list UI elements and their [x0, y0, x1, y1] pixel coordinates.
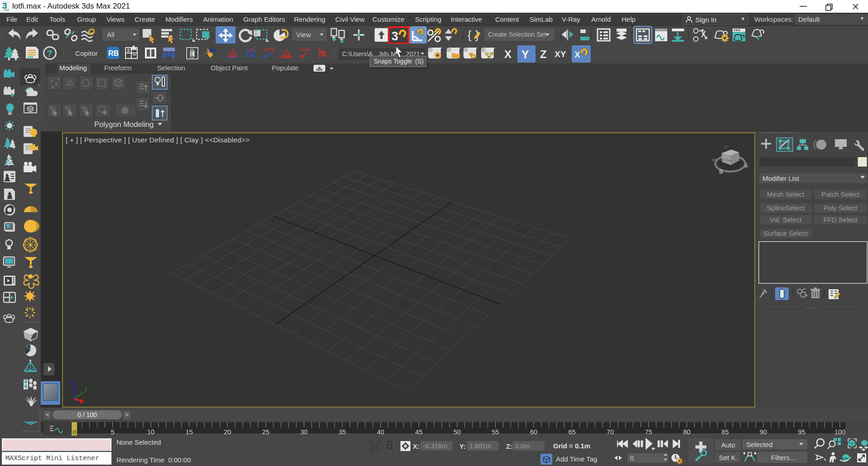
- svg-text:W: W: [712, 158, 716, 162]
- svg-text:3: 3: [391, 29, 398, 43]
- svg-text:Z:: Z:: [506, 442, 512, 450]
- svg-text:NOTE: NOTE: [263, 48, 274, 52]
- svg-text:55: 55: [492, 428, 499, 436]
- svg-text:-0.316m: -0.316m: [423, 442, 447, 450]
- svg-text:Modifier List: Modifier List: [762, 175, 800, 182]
- svg-text:Z: Z: [72, 381, 75, 387]
- svg-text:30: 30: [300, 428, 308, 436]
- svg-text:0.0m: 0.0m: [515, 442, 530, 450]
- svg-text:E: E: [745, 163, 748, 168]
- svg-text:Y: Y: [521, 48, 529, 61]
- svg-text:Copitor: Copitor: [75, 49, 98, 57]
- svg-text:Poly Select: Poly Select: [823, 204, 858, 212]
- svg-text:0: 0: [72, 429, 76, 436]
- svg-text:Polygon Modeling: Polygon Modeling: [94, 120, 154, 128]
- svg-text:Vol. Select: Vol. Select: [770, 216, 802, 223]
- svg-text:C:\Users\A: C:\Users\A: [342, 50, 373, 58]
- svg-text:Y:: Y:: [459, 442, 466, 450]
- svg-text:45: 45: [415, 428, 422, 436]
- svg-text:FFD Select: FFD Select: [823, 216, 858, 223]
- svg-text:X:: X:: [413, 442, 420, 450]
- svg-text:85: 85: [721, 428, 728, 436]
- svg-text:Create Selection Set: Create Selection Set: [488, 31, 546, 38]
- svg-text:20: 20: [224, 428, 231, 436]
- svg-text:NOTE: NOTE: [299, 48, 310, 52]
- svg-text:{: {: [468, 28, 472, 42]
- svg-text:50: 50: [453, 428, 461, 436]
- svg-text:70: 70: [607, 428, 614, 436]
- svg-text:Set K.: Set K.: [719, 454, 738, 461]
- svg-text:X: X: [574, 50, 580, 59]
- svg-text:65: 65: [568, 428, 575, 436]
- svg-text:95: 95: [798, 428, 805, 436]
- svg-text:View: View: [296, 31, 311, 39]
- svg-text:All: All: [107, 31, 115, 39]
- svg-text:Selected: Selected: [746, 441, 772, 448]
- svg-text:5: 5: [111, 428, 114, 436]
- svg-text:15: 15: [185, 428, 193, 436]
- svg-text:Mesh Select: Mesh Select: [767, 190, 805, 198]
- svg-text:80: 80: [683, 428, 690, 436]
- svg-text:100: 100: [834, 428, 845, 436]
- svg-text:1.681m: 1.681m: [469, 442, 491, 450]
- svg-text:45: 45: [230, 53, 235, 57]
- svg-text:TOP: TOP: [723, 145, 729, 149]
- svg-text:S: S: [719, 168, 723, 175]
- svg-text:Auto: Auto: [721, 441, 735, 449]
- svg-text:X: X: [504, 48, 511, 60]
- svg-text:Filters...: Filters...: [771, 454, 795, 461]
- svg-text:?: ?: [47, 48, 53, 58]
- svg-text:0: 0: [630, 455, 634, 462]
- svg-text:RB: RB: [108, 49, 119, 57]
- svg-text:90: 90: [760, 428, 767, 436]
- svg-text:50: 50: [249, 48, 253, 52]
- svg-text:Surface Select: Surface Select: [763, 229, 808, 237]
- svg-text:60: 60: [530, 428, 537, 436]
- svg-text:448: 448: [283, 53, 289, 57]
- svg-text:35: 35: [338, 428, 346, 436]
- svg-text:75: 75: [645, 428, 652, 436]
- svg-text:XY: XY: [555, 49, 566, 59]
- svg-text:SplineSelect: SplineSelect: [767, 204, 805, 212]
- svg-text:25: 25: [262, 428, 269, 436]
- svg-text:10: 10: [147, 428, 154, 436]
- svg-text:MAX: MAX: [5, 9, 10, 11]
- svg-text:Z: Z: [540, 48, 547, 60]
- svg-text:y: y: [85, 386, 87, 392]
- svg-text:Patch Select: Patch Select: [821, 190, 860, 198]
- svg-text:40: 40: [377, 428, 384, 436]
